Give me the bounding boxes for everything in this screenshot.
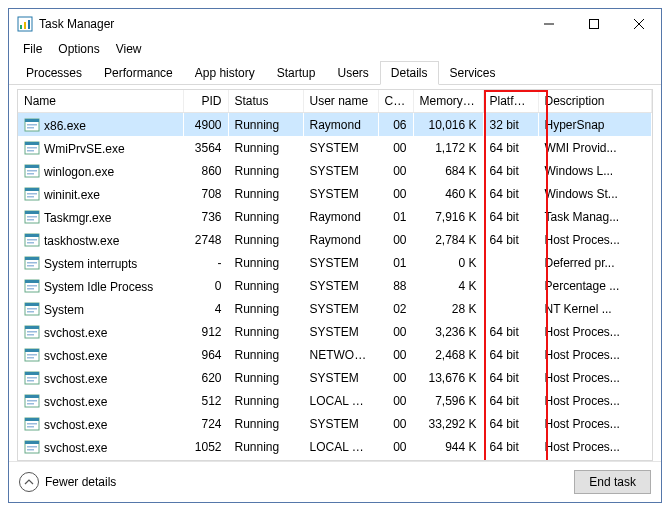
cell-mem: 2,784 K — [413, 228, 483, 251]
svg-rect-26 — [27, 216, 37, 218]
maximize-button[interactable] — [571, 9, 616, 39]
svg-rect-46 — [27, 331, 37, 333]
cell-status: Running — [228, 458, 303, 461]
col-mem[interactable]: Memory (p... — [413, 90, 483, 113]
svg-rect-31 — [27, 242, 34, 244]
cell-desc: Host Proces... — [538, 458, 652, 461]
col-platform[interactable]: Platform — [483, 90, 538, 113]
cell-user: Raymond — [303, 113, 378, 137]
cell-mem: 13,676 K — [413, 366, 483, 389]
cell-status: Running — [228, 366, 303, 389]
table-row[interactable]: svchost.exe1324RunningLOCAL SE...004,496… — [18, 458, 652, 461]
svg-rect-61 — [25, 418, 39, 421]
cell-desc: Windows L... — [538, 159, 652, 182]
cell-platform — [483, 297, 538, 320]
table-row[interactable]: Taskmgr.exe736RunningRaymond017,916 K64 … — [18, 205, 652, 228]
menu-options[interactable]: Options — [50, 40, 107, 58]
menu-file[interactable]: File — [15, 40, 50, 58]
cell-cpu: 00 — [378, 182, 413, 205]
cell-mem: 3,236 K — [413, 320, 483, 343]
svg-rect-22 — [27, 193, 37, 195]
process-icon — [24, 278, 40, 294]
col-status[interactable]: Status — [228, 90, 303, 113]
tab-details[interactable]: Details — [380, 61, 439, 85]
cell-desc: Deferred pr... — [538, 251, 652, 274]
svg-rect-42 — [27, 308, 37, 310]
table-row[interactable]: System interrupts-RunningSYSTEM010 KDefe… — [18, 251, 652, 274]
fewer-details-button[interactable]: Fewer details — [19, 472, 116, 492]
cell-mem: 0 K — [413, 251, 483, 274]
cell-user: SYSTEM — [303, 320, 378, 343]
table-row[interactable]: x86.exe4900RunningRaymond0610,016 K32 bi… — [18, 113, 652, 137]
svg-rect-65 — [25, 441, 39, 444]
cell-cpu: 00 — [378, 159, 413, 182]
cell-desc: Percentage ... — [538, 274, 652, 297]
close-button[interactable] — [616, 9, 661, 39]
process-icon — [24, 416, 40, 432]
table-row[interactable]: svchost.exe724RunningSYSTEM0033,292 K64 … — [18, 412, 652, 435]
col-cpu[interactable]: CPU — [378, 90, 413, 113]
cell-pid: 1052 — [183, 435, 228, 458]
cell-platform: 64 bit — [483, 389, 538, 412]
cell-cpu: 88 — [378, 274, 413, 297]
table-row[interactable]: System Idle Process0RunningSYSTEM884 KPe… — [18, 274, 652, 297]
cell-pid: 736 — [183, 205, 228, 228]
svg-rect-10 — [27, 124, 37, 126]
minimize-button[interactable] — [526, 9, 571, 39]
cell-user: NETWORK... — [303, 343, 378, 366]
cell-mem: 28 K — [413, 297, 483, 320]
table-row[interactable]: winlogon.exe860RunningSYSTEM00684 K64 bi… — [18, 159, 652, 182]
tab-users[interactable]: Users — [326, 61, 379, 84]
process-icon — [24, 209, 40, 225]
tab-apphistory[interactable]: App history — [184, 61, 266, 84]
cell-desc: Host Proces... — [538, 412, 652, 435]
svg-rect-15 — [27, 150, 34, 152]
process-icon — [24, 393, 40, 409]
table-row[interactable]: svchost.exe964RunningNETWORK...002,468 K… — [18, 343, 652, 366]
process-icon — [24, 186, 40, 202]
col-pid[interactable]: PID — [183, 90, 228, 113]
svg-rect-43 — [27, 311, 34, 313]
table-row[interactable]: svchost.exe1052RunningLOCAL SE...00944 K… — [18, 435, 652, 458]
tab-processes[interactable]: Processes — [15, 61, 93, 84]
cell-name: svchost.exe — [18, 435, 183, 458]
table-row[interactable]: svchost.exe620RunningSYSTEM0013,676 K64 … — [18, 366, 652, 389]
svg-rect-35 — [27, 265, 34, 267]
table-row[interactable]: svchost.exe512RunningLOCAL SE...007,596 … — [18, 389, 652, 412]
table-row[interactable]: wininit.exe708RunningSYSTEM00460 K64 bit… — [18, 182, 652, 205]
cell-pid: 708 — [183, 182, 228, 205]
tab-performance[interactable]: Performance — [93, 61, 184, 84]
cell-name: System interrupts — [18, 251, 183, 274]
cell-status: Running — [228, 389, 303, 412]
titlebar[interactable]: Task Manager — [9, 9, 661, 39]
col-name[interactable]: Name — [18, 90, 183, 113]
cell-status: Running — [228, 136, 303, 159]
cell-platform: 64 bit — [483, 412, 538, 435]
column-headers[interactable]: Name PID Status User name CPU Memory (p.… — [18, 90, 652, 113]
menu-view[interactable]: View — [108, 40, 150, 58]
table-row[interactable]: taskhostw.exe2748RunningRaymond002,784 K… — [18, 228, 652, 251]
table-row[interactable]: System4RunningSYSTEM0228 KNT Kernel ... — [18, 297, 652, 320]
svg-rect-19 — [27, 173, 34, 175]
cell-name: System — [18, 297, 183, 320]
cell-mem: 944 K — [413, 435, 483, 458]
cell-user: LOCAL SE... — [303, 435, 378, 458]
svg-rect-14 — [27, 147, 37, 149]
cell-mem: 10,016 K — [413, 113, 483, 137]
table-row[interactable]: svchost.exe912RunningSYSTEM003,236 K64 b… — [18, 320, 652, 343]
tab-startup[interactable]: Startup — [266, 61, 327, 84]
cell-cpu: 00 — [378, 343, 413, 366]
cell-user: SYSTEM — [303, 159, 378, 182]
col-user[interactable]: User name — [303, 90, 378, 113]
cell-pid: 724 — [183, 412, 228, 435]
end-task-button[interactable]: End task — [574, 470, 651, 494]
table-row[interactable]: WmiPrvSE.exe3564RunningSYSTEM001,172 K64… — [18, 136, 652, 159]
tab-services[interactable]: Services — [439, 61, 507, 84]
svg-rect-13 — [25, 142, 39, 145]
col-desc[interactable]: Description — [538, 90, 652, 113]
cell-user: Raymond — [303, 205, 378, 228]
process-grid[interactable]: Name PID Status User name CPU Memory (p.… — [17, 89, 653, 461]
cell-pid: 4 — [183, 297, 228, 320]
process-icon — [24, 163, 40, 179]
cell-user: SYSTEM — [303, 297, 378, 320]
